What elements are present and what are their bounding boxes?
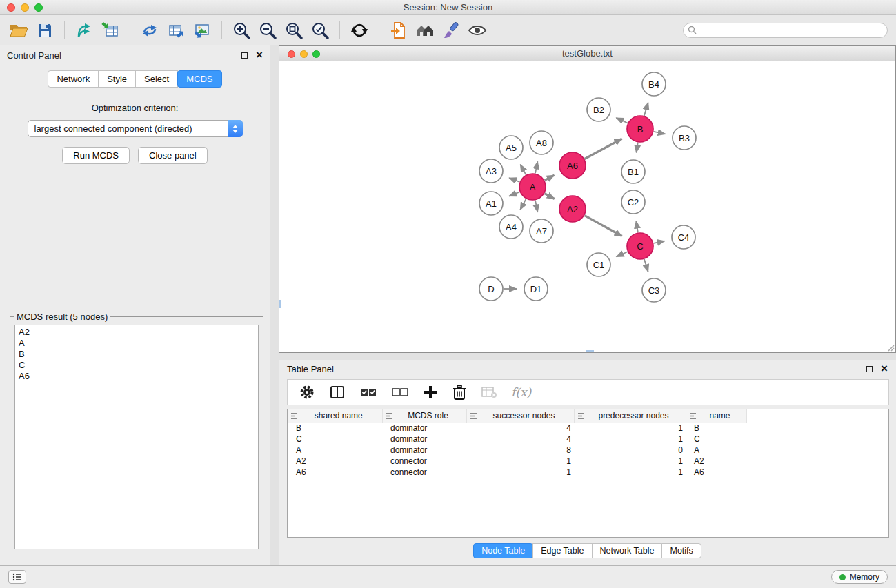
tab-motifs[interactable]: Motifs <box>661 543 701 558</box>
select-all-button[interactable] <box>359 385 377 399</box>
table-cell[interactable]: C <box>288 434 382 445</box>
minimize-window-button[interactable] <box>21 3 29 12</box>
network-edge-C-C4[interactable] <box>654 241 665 243</box>
table-cell[interactable]: connector <box>382 456 466 467</box>
mcds-result-item[interactable]: A <box>19 338 255 349</box>
table-cell[interactable]: 0 <box>574 445 686 456</box>
network-node-B4[interactable]: B4 <box>642 72 666 96</box>
network-edge-B-B1[interactable] <box>636 143 637 153</box>
optimization-select[interactable]: largest connected component (directed) <box>28 120 243 137</box>
table-cell[interactable]: 1 <box>574 423 686 434</box>
delete-table-button[interactable] <box>481 385 497 399</box>
task-history-button[interactable] <box>8 570 26 584</box>
network-node-A1[interactable]: A1 <box>479 192 503 215</box>
network-node-D[interactable]: D <box>479 277 503 301</box>
network-node-A[interactable]: A <box>519 174 546 200</box>
column-header-shared-name[interactable]: shared name <box>288 409 382 423</box>
resize-grip-icon[interactable] <box>886 343 895 352</box>
column-header-mcds-role[interactable]: MCDS role <box>382 409 466 423</box>
network-close-button[interactable] <box>288 50 295 58</box>
table-cell[interactable]: A6 <box>288 467 382 478</box>
zoom-out-button[interactable] <box>256 18 279 43</box>
table-row[interactable]: A2connector11A2 <box>288 456 746 467</box>
table-cell[interactable]: 1 <box>466 456 574 467</box>
function-builder-button[interactable]: f(x) <box>511 385 531 399</box>
network-edge-A2-C[interactable] <box>585 216 622 236</box>
mcds-result-list[interactable]: A2ABCA6 <box>14 325 259 549</box>
tab-network-table[interactable]: Network Table <box>592 543 663 558</box>
table-settings-button[interactable] <box>299 384 315 401</box>
network-node-A7[interactable]: A7 <box>530 219 553 243</box>
table-cell[interactable]: A2 <box>288 456 382 467</box>
network-node-A3[interactable]: A3 <box>479 159 503 183</box>
scrollbar-tick-horizontal[interactable] <box>586 350 594 352</box>
close-table-panel-icon[interactable]: × <box>881 364 888 374</box>
zoom-in-button[interactable] <box>230 18 253 43</box>
table-cell[interactable]: 1 <box>574 467 686 478</box>
network-edge-A-A3[interactable] <box>509 178 519 182</box>
show-columns-button[interactable] <box>329 384 346 401</box>
run-mcds-button[interactable]: Run MCDS <box>62 147 130 164</box>
network-node-C4[interactable]: C4 <box>672 225 695 249</box>
table-row[interactable]: A6connector11A6 <box>288 467 746 478</box>
table-cell[interactable]: 4 <box>466 423 574 434</box>
network-edge-A-A5[interactable] <box>520 165 526 175</box>
mcds-result-item[interactable]: A6 <box>19 371 255 382</box>
tab-style[interactable]: Style <box>98 70 136 88</box>
scrollbar-tick-vertical[interactable] <box>279 300 281 308</box>
open-session-button[interactable] <box>7 18 30 43</box>
network-node-A6[interactable]: A6 <box>559 152 586 179</box>
document-arrow-button[interactable] <box>387 18 410 43</box>
export-network-button[interactable] <box>138 18 161 43</box>
table-cell[interactable]: A6 <box>686 467 746 478</box>
table-row[interactable]: Bdominator41B <box>288 423 746 434</box>
table-cell[interactable]: A2 <box>686 456 746 467</box>
import-table-button[interactable] <box>99 18 122 43</box>
network-node-A2[interactable]: A2 <box>559 196 586 222</box>
table-cell[interactable]: 8 <box>466 445 574 456</box>
table-cell[interactable]: dominator <box>382 445 466 456</box>
network-edge-A-A8[interactable] <box>535 161 537 173</box>
network-node-A5[interactable]: A5 <box>499 136 523 159</box>
network-edge-A-A2[interactable] <box>545 194 555 199</box>
network-window-titlebar[interactable]: testGlobe.txt <box>279 46 895 61</box>
mcds-result-item[interactable]: C <box>19 360 255 371</box>
network-edge-C-C1[interactable] <box>617 252 628 256</box>
tab-mcds[interactable]: MCDS <box>177 70 221 88</box>
network-edge-B-B3[interactable] <box>654 132 666 134</box>
table-cell[interactable]: 1 <box>574 434 686 445</box>
table-cell[interactable]: B <box>288 423 382 434</box>
network-canvas[interactable]: B4B2BB3A5A8A6B1A3AC2A1A2A4A7C4CC1C3DD1 <box>279 61 895 352</box>
show-hide-button[interactable] <box>466 18 489 43</box>
memory-button[interactable]: Memory <box>831 570 888 584</box>
close-panel-icon[interactable]: × <box>256 50 263 60</box>
deselect-all-button[interactable] <box>391 385 409 399</box>
network-node-A8[interactable]: A8 <box>530 131 553 154</box>
table-cell[interactable]: B <box>686 423 746 434</box>
delete-column-button[interactable] <box>452 384 467 401</box>
table-row[interactable]: Cdominator41C <box>288 434 746 445</box>
network-node-C1[interactable]: C1 <box>587 253 610 276</box>
network-node-C2[interactable]: C2 <box>621 190 645 214</box>
network-minimize-button[interactable] <box>300 50 308 58</box>
network-edge-A6-B[interactable] <box>585 139 622 159</box>
table-cell[interactable]: 1 <box>466 467 574 478</box>
table-row[interactable]: Adominator80A <box>288 445 746 456</box>
network-node-A4[interactable]: A4 <box>499 215 523 239</box>
network-node-C3[interactable]: C3 <box>642 278 666 302</box>
column-header-predecessor-nodes[interactable]: predecessor nodes <box>574 409 686 423</box>
table-cell[interactable]: connector <box>382 467 466 478</box>
tab-node-table[interactable]: Node Table <box>473 543 533 558</box>
column-header-successor-nodes[interactable]: successor nodes <box>466 409 574 423</box>
mcds-result-item[interactable]: A2 <box>19 327 255 338</box>
float-panel-icon[interactable] <box>241 52 248 59</box>
table-cell[interactable]: A <box>686 445 746 456</box>
tab-select[interactable]: Select <box>135 70 178 88</box>
import-network-button[interactable] <box>72 18 96 43</box>
network-svg[interactable]: B4B2BB3A5A8A6B1A3AC2A1A2A4A7C4CC1C3DD1 <box>279 61 895 352</box>
export-table-button[interactable] <box>164 18 188 43</box>
home-button[interactable] <box>413 18 437 43</box>
network-edge-A-A6[interactable] <box>545 175 555 180</box>
network-node-D1[interactable]: D1 <box>524 277 548 301</box>
network-edge-B-B4[interactable] <box>644 103 648 116</box>
